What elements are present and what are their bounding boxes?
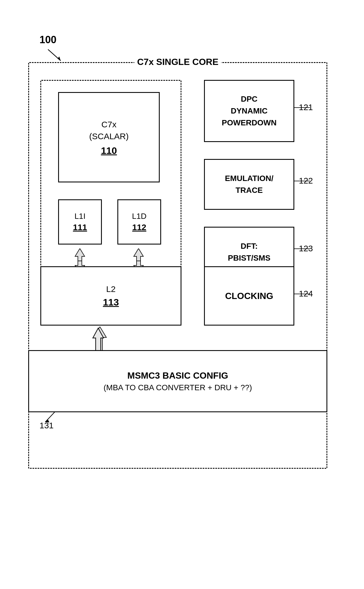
emulation-block: EMULATION/ TRACE (204, 159, 294, 210)
msmc3-line1: MSMC3 BASIC CONFIG (127, 370, 228, 381)
diagram-container: 100 C7x SINGLE CORE C7x (SCALAR) 110 L1I… (23, 34, 341, 542)
dpc-text: DPC DYNAMIC POWERDOWN (222, 93, 277, 129)
svg-marker-1 (58, 56, 61, 61)
clocking-text: CLOCKING (225, 291, 273, 301)
msmc3-block: MSMC3 BASIC CONFIG (MBA TO CBA CONVERTER… (28, 350, 327, 412)
l1d-label: L1D (132, 212, 146, 221)
outer-box-label: C7x SINGLE CORE (134, 57, 221, 67)
ref-124: 124 (299, 289, 313, 298)
c7x-scalar-number: 110 (101, 145, 117, 156)
ref-123: 123 (299, 244, 313, 253)
l2-label: L2 (106, 284, 115, 294)
l1i-label: L1I (74, 212, 85, 221)
dpc-block: DPC DYNAMIC POWERDOWN (204, 80, 294, 142)
clocking-block: CLOCKING (204, 266, 294, 326)
dft-text: DFT: PBIST/SMS (228, 240, 271, 264)
l1i-block: L1I 111 (58, 199, 102, 245)
ref-122: 122 (299, 176, 313, 186)
svg-marker-4 (134, 248, 143, 261)
c7x-scalar-text: C7x (SCALAR) (89, 119, 129, 142)
l1d-block: L1D 112 (117, 199, 161, 245)
l1i-number: 111 (73, 222, 87, 232)
svg-marker-2 (75, 248, 85, 261)
emulation-text: EMULATION/ TRACE (225, 173, 273, 196)
l2-block: L2 113 (40, 266, 181, 326)
ref-100: 100 (40, 34, 56, 46)
ref-121: 121 (299, 102, 313, 112)
msmc3-line2: (MBA TO CBA CONVERTER + DRU + ??) (104, 383, 252, 392)
c7x-scalar-block: C7x (SCALAR) 110 (58, 92, 160, 182)
arrow-100-icon (45, 48, 68, 64)
ref-131: 131 (40, 421, 54, 430)
l1d-number: 112 (132, 222, 146, 232)
l2-number: 113 (103, 297, 119, 308)
